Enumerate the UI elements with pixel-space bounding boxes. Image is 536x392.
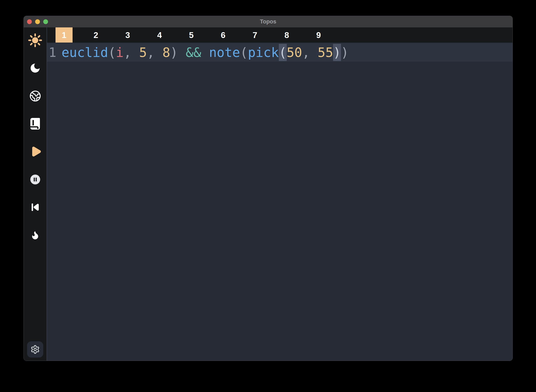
sun-icon[interactable] (28, 33, 43, 47)
pause-icon (29, 174, 41, 185)
code-token-punctuation: ) (341, 45, 349, 60)
tab-7[interactable]: 7 (246, 28, 263, 42)
code-token-punctuation: ( (240, 45, 248, 60)
window-title: Topos (24, 16, 512, 28)
code-token-bracket-active: ( (279, 44, 287, 61)
line-number: 1 (47, 45, 56, 60)
code-token-function: pick (248, 45, 279, 60)
code-token-number: 50 (287, 45, 302, 60)
tab-3[interactable]: 3 (119, 28, 136, 42)
book-icon (29, 117, 41, 130)
topos-window: Topos (24, 16, 513, 361)
code-token-function: euclid (62, 45, 108, 60)
tab-8[interactable]: 8 (278, 28, 295, 42)
desktop-background: Topos (0, 0, 536, 392)
sun-icon (28, 33, 42, 47)
code-token-punctuation: ) (170, 45, 186, 60)
code-token-bracket-active: ) (333, 44, 341, 61)
code-token-number: 55 (318, 45, 333, 60)
tab-2[interactable]: 2 (87, 28, 104, 42)
flame-icon (30, 230, 40, 240)
code-editor[interactable]: 1 euclid(i, 5, 8) && note(pick(50, 55)) (47, 42, 512, 361)
code-token-number: 8 (162, 45, 170, 60)
pause-icon[interactable] (28, 172, 43, 187)
book-icon[interactable] (28, 117, 43, 131)
sidebar (24, 28, 47, 361)
code-line[interactable]: 1 euclid(i, 5, 8) && note(pick(50, 55)) (47, 43, 512, 62)
moon-icon[interactable] (28, 61, 43, 75)
play-icon[interactable] (28, 144, 43, 159)
code-token-punctuation: ( (108, 45, 116, 60)
code-token-punctuation (201, 45, 209, 60)
code-token-number: 5 (139, 45, 147, 60)
play-icon (29, 145, 42, 158)
code-token-operator: && (186, 45, 201, 60)
globe-icon (29, 90, 41, 102)
code-token-variable: i (116, 45, 124, 60)
tab-1[interactable]: 1 (56, 28, 72, 42)
skip-back-icon (30, 202, 41, 213)
tab-9[interactable]: 9 (310, 28, 327, 42)
settings-button[interactable] (27, 341, 43, 358)
skip-back-icon[interactable] (28, 200, 43, 215)
tab-6[interactable]: 6 (215, 28, 232, 42)
globe-icon[interactable] (28, 89, 43, 103)
tab-5[interactable]: 5 (183, 28, 200, 42)
tab-4[interactable]: 4 (151, 28, 168, 42)
code-token-punctuation: , (124, 45, 139, 60)
tab-bar: 123456789 (47, 28, 512, 42)
moon-icon (29, 62, 41, 74)
code-token-punctuation: , (302, 45, 318, 60)
code-text: euclid(i, 5, 8) && note(pick(50, 55)) (62, 45, 349, 60)
titlebar[interactable]: Topos (24, 16, 512, 28)
code-token-function: note (209, 45, 240, 60)
gear-icon (30, 345, 40, 354)
flame-icon[interactable] (28, 228, 43, 242)
code-token-punctuation: , (147, 45, 163, 60)
